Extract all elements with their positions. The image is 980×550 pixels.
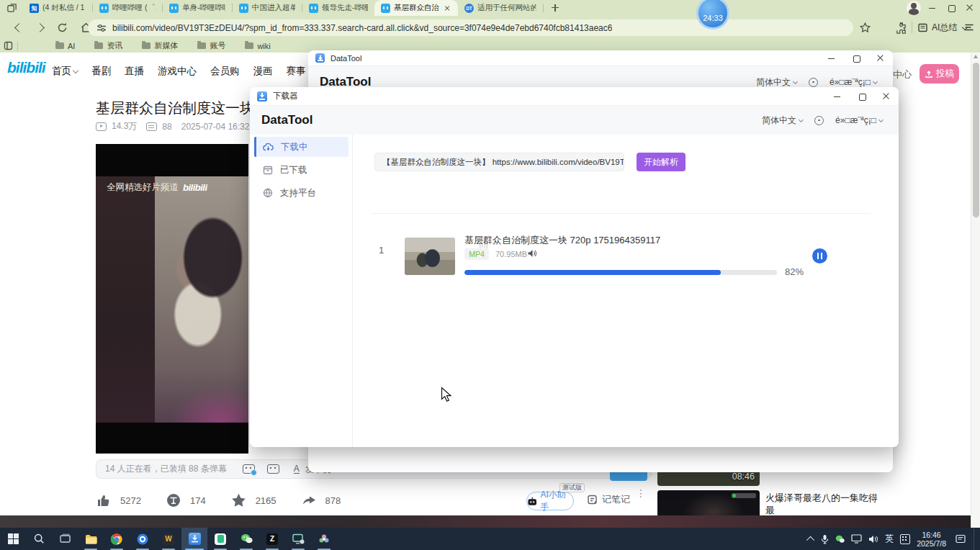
site-settings-icon[interactable] xyxy=(96,23,107,33)
tab-leader-first[interactable]: 领导先走-哔哩哔哩_b xyxy=(302,0,374,16)
clock[interactable]: 16:46 2025/7/8 xyxy=(917,531,946,548)
format-badge: MP4 xyxy=(464,248,489,260)
browser-minimize-button[interactable] xyxy=(928,4,937,12)
tab-china-single-era[interactable]: 中国进入超单身时代_ xyxy=(233,0,302,16)
tab-current-video[interactable]: 基层群众自治制度 xyxy=(374,0,458,16)
parse-button[interactable]: 开始解析 xyxy=(637,153,685,171)
datatool-close-button[interactable] xyxy=(868,50,893,66)
start-button[interactable] xyxy=(0,528,26,550)
wechat-tray-icon[interactable] xyxy=(835,535,845,544)
nav-game-center[interactable]: 游戏中心 xyxy=(158,65,197,78)
note-button[interactable]: 记笔记 xyxy=(587,493,630,506)
datatool-minimize-button[interactable] xyxy=(819,50,844,66)
volume-icon[interactable] xyxy=(868,535,878,544)
browser-close-button[interactable] xyxy=(966,4,974,12)
side-panel-icon[interactable] xyxy=(4,41,13,50)
browser-maximize-button[interactable] xyxy=(947,4,956,12)
taskbar-wps[interactable]: W xyxy=(156,528,181,550)
downloader-minimize-button[interactable] xyxy=(825,87,850,105)
back-icon[interactable] xyxy=(14,23,24,32)
upload-button[interactable]: 投稿 xyxy=(920,64,959,84)
scroll-up-arrow[interactable] xyxy=(974,55,978,58)
taskbar-wechat[interactable] xyxy=(233,528,259,550)
tab-extension-shortcut[interactable]: DT 适用于任何网站的快速 xyxy=(458,0,543,16)
datatool-titlebar[interactable]: DataTool xyxy=(308,50,893,66)
nav-home[interactable]: 首页 xyxy=(52,65,78,78)
browser-profile-avatar[interactable] xyxy=(907,1,921,15)
tab-single[interactable]: 单身-哔哩哔哩_bilibili xyxy=(163,0,232,16)
nav-esports[interactable]: 赛事 xyxy=(287,65,306,78)
more-options-icon[interactable]: ⋮ xyxy=(636,490,643,497)
pause-button[interactable] xyxy=(812,248,827,263)
nav-live[interactable]: 直播 xyxy=(125,65,144,78)
scrollbar-thumb[interactable] xyxy=(973,63,979,217)
theme-selector[interactable]: é»□æ¨ªç¡□ xyxy=(830,77,877,87)
danmaku-style-icon[interactable]: A xyxy=(294,465,300,474)
like-icon[interactable] xyxy=(96,492,112,508)
theme-sun-icon[interactable] xyxy=(809,78,818,87)
bookmark-star-icon[interactable] xyxy=(859,22,871,34)
nav-anime[interactable]: 番剧 xyxy=(91,65,111,78)
sidebar-item-platforms[interactable]: 支持平台 xyxy=(254,183,349,203)
video-url-input[interactable]: 【基层群众自治制度这一块】 https://www.bilibili.com/v… xyxy=(374,153,624,171)
bilibili-favicon xyxy=(99,4,109,13)
notification-center-icon[interactable] xyxy=(956,534,966,544)
ai-assistant-button[interactable]: AI小助手 xyxy=(526,492,574,510)
taskbar-datatool-active[interactable] xyxy=(181,528,207,550)
show-desktop-button[interactable] xyxy=(974,528,976,550)
danmaku-toggle-icon[interactable] xyxy=(243,464,255,474)
taskbar-file-explorer[interactable] xyxy=(78,528,104,550)
forward-icon[interactable] xyxy=(35,23,45,32)
ai-summary-button[interactable]: AI总结 xyxy=(917,22,967,34)
coin-icon[interactable] xyxy=(166,492,181,508)
sidebar-item-downloading[interactable]: 下载中 xyxy=(254,137,349,157)
taskbar-notes-app[interactable] xyxy=(207,528,233,550)
taskbar-capcut[interactable]: Z xyxy=(259,528,285,550)
nav-vip-shop[interactable]: 会员购 xyxy=(210,65,240,78)
downloader-titlebar[interactable]: 下载器 xyxy=(250,87,899,106)
microphone-icon[interactable] xyxy=(821,534,829,544)
bookmark-media[interactable]: 新媒体 xyxy=(142,40,178,51)
language-selector[interactable]: 简体中文 xyxy=(756,76,797,89)
ime-indicator[interactable]: 英 xyxy=(885,533,894,545)
downloader-close-button[interactable] xyxy=(874,87,899,105)
tab-bilibili-home[interactable]: 哔哩哔哩 (゜-゜)つロ xyxy=(93,0,162,16)
share-icon[interactable] xyxy=(301,492,317,508)
sidebar-item-downloaded[interactable]: 已下载 xyxy=(254,160,349,180)
favorite-star-icon[interactable] xyxy=(230,492,247,508)
tab-zhihu[interactable]: 知 (4 封私信 / 1 条消息) xyxy=(23,0,92,16)
tab-search-icon[interactable] xyxy=(6,3,17,14)
refresh-icon[interactable] xyxy=(56,22,68,34)
extensions-puzzle-icon[interactable] xyxy=(895,22,907,34)
url-field[interactable]: bilibili.com/video/BV19T3EzDEU4/?spm_id_… xyxy=(88,19,853,36)
taskbar-sunflower[interactable] xyxy=(311,528,337,550)
downloader-maximize-button[interactable] xyxy=(850,87,874,105)
video-player[interactable]: 全网精选好片频道 bilibili xyxy=(96,144,248,454)
new-tab-button[interactable] xyxy=(549,2,561,14)
theme-sun-icon[interactable] xyxy=(814,116,824,125)
bookmark-ai[interactable]: AI xyxy=(55,40,75,51)
tray-expand-icon[interactable] xyxy=(806,536,814,544)
nav-partial-center[interactable]: 中心 xyxy=(893,68,912,81)
tab-close-icon[interactable] xyxy=(443,4,451,12)
network-display-icon[interactable] xyxy=(851,534,862,544)
datatool-maximize-button[interactable] xyxy=(844,50,868,66)
bookmark-wiki[interactable]: wiki xyxy=(245,40,270,51)
task-view-button[interactable] xyxy=(52,528,78,550)
taskbar-screen-share[interactable] xyxy=(285,528,311,550)
nav-manga[interactable]: 漫画 xyxy=(253,65,273,78)
bilibili-logo[interactable]: bilibili xyxy=(7,59,45,76)
page-scrollbar[interactable] xyxy=(971,53,980,528)
taskbar-search[interactable] xyxy=(26,528,52,550)
downloader-window[interactable]: 下载器 DataTool 简体中文 é»□æ¨ªç¡□ 下载中 已下载 xyxy=(250,87,899,447)
danmaku-settings-icon[interactable] xyxy=(267,464,279,474)
desktop: 知 (4 封私信 / 1 条消息) 哔哩哔哩 (゜-゜)つロ 单身-哔哩哔哩_b… xyxy=(0,0,980,550)
bookmark-news[interactable]: 资讯 xyxy=(94,40,122,51)
ime-grid-icon[interactable] xyxy=(900,534,910,544)
theme-selector[interactable]: é»□æ¨ªç¡□ xyxy=(835,115,883,125)
taskbar-browser-app[interactable] xyxy=(130,528,156,550)
language-selector[interactable]: 简体中文 xyxy=(762,114,803,127)
taskbar-chrome[interactable] xyxy=(104,528,130,550)
bookmark-account[interactable]: 账号 xyxy=(197,40,225,51)
menu-icon[interactable] xyxy=(963,22,975,33)
